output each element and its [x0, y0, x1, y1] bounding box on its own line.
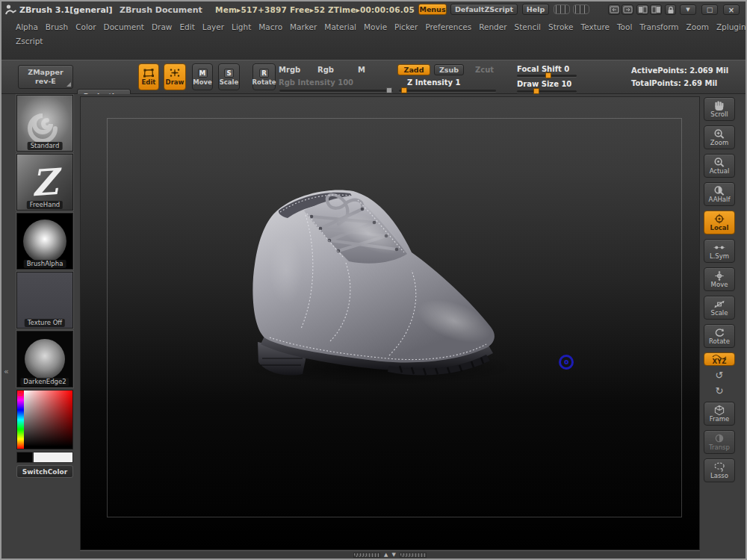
scroll-up-icon[interactable]: ▲ — [384, 552, 388, 558]
local-button[interactable]: Local — [704, 211, 735, 234]
scrollbar-grip-right[interactable] — [400, 553, 427, 558]
menu-item[interactable]: Color — [72, 22, 99, 31]
lasso-button[interactable]: Lasso — [704, 458, 735, 482]
m-toggle[interactable]: M — [358, 66, 365, 74]
menu-item[interactable]: Macro — [255, 22, 286, 31]
rotate-button[interactable]: R Rotate — [252, 63, 276, 90]
aahalf-button[interactable]: AAHalf — [704, 182, 735, 206]
rotate-ccw-button[interactable]: ↺ — [704, 370, 735, 382]
color-picker[interactable] — [16, 390, 73, 449]
ui-scrub-slider-left[interactable] — [554, 4, 570, 14]
move-badge-icon: M — [198, 69, 208, 78]
z-intensity-slider[interactable] — [399, 90, 496, 92]
edit-button[interactable]: Edit — [138, 63, 159, 90]
menu-item[interactable]: Stencil — [511, 22, 545, 31]
brush-cursor — [559, 355, 574, 370]
menu-item[interactable]: Document — [100, 22, 148, 31]
rgb-intensity-handle[interactable] — [386, 87, 392, 93]
menu-item[interactable]: Marker — [286, 22, 320, 31]
window-hide-button[interactable]: ▼ — [680, 4, 696, 15]
actual-button[interactable]: Actual — [704, 154, 735, 178]
move-button[interactable]: M Move — [192, 63, 213, 90]
menu-item[interactable]: Picker — [391, 22, 421, 31]
menus-button[interactable]: Menus — [418, 4, 447, 15]
window-restore-button[interactable]: □ — [701, 4, 718, 15]
texture-selector-off[interactable]: Texture Off — [16, 272, 73, 329]
zmapper-button[interactable]: ZMapper rev-E — [18, 65, 73, 89]
zoom-button[interactable]: Zoom — [704, 125, 735, 149]
lock-button[interactable] — [665, 4, 676, 15]
draw-button[interactable]: Draw — [164, 63, 186, 90]
move-transform-button[interactable]: Move — [704, 267, 735, 291]
z-intensity-handle[interactable] — [401, 87, 407, 93]
rotate-transform-button[interactable]: Rotate — [704, 324, 735, 348]
mrgb-toggle[interactable]: Mrgb — [279, 66, 300, 74]
menu-item[interactable]: Brush — [42, 22, 72, 31]
zbrush-logo-icon — [4, 4, 17, 16]
stroke-selector-freehand[interactable]: Z FreeHand — [16, 154, 73, 211]
transp-button[interactable]: Transp — [704, 430, 735, 454]
menu-item[interactable]: Transform — [636, 22, 682, 31]
shoe-model[interactable] — [234, 181, 548, 390]
zbrush-window: ZBrush 3.1[general] ZBrush Document Mem▸… — [0, 0, 747, 560]
zcut-toggle[interactable]: Zcut — [475, 66, 494, 74]
menu-item[interactable]: Zscript — [12, 37, 46, 46]
panel-shift-right-button[interactable] — [622, 4, 633, 15]
menu-item[interactable]: Zoom — [683, 22, 713, 31]
brush-selector-standard[interactable]: Standard — [16, 95, 73, 152]
menu-item[interactable]: Alpha — [12, 22, 42, 31]
help-button[interactable]: Help — [522, 4, 549, 15]
scale-button[interactable]: S Scale — [218, 63, 240, 90]
ui-scrub-slider-right[interactable] — [573, 4, 589, 14]
menu-item[interactable]: Layer — [199, 22, 228, 31]
default-zscript-button[interactable]: DefaultZScript — [450, 4, 518, 15]
menu-item[interactable]: Edit — [176, 22, 198, 31]
menu-item[interactable]: Preferences — [421, 22, 475, 31]
horizontal-scrollbar[interactable]: ▲ ▼ — [80, 550, 700, 559]
lsym-button[interactable]: L.Sym — [704, 239, 735, 263]
app-title: ZBrush 3.1[general] — [19, 5, 113, 15]
menu-item[interactable]: Stroke — [545, 22, 577, 31]
menu-item[interactable]: Texture — [577, 22, 613, 31]
menu-item[interactable]: Tool — [613, 22, 636, 31]
brush-cursor-center — [564, 360, 568, 364]
saturation-value-square[interactable] — [24, 391, 72, 449]
panel-shift-left-button[interactable] — [608, 4, 620, 15]
panel-scroll-arrow[interactable]: « — [4, 367, 9, 376]
zadd-button[interactable]: Zadd — [397, 64, 430, 75]
secondary-color-swatch[interactable] — [16, 452, 33, 463]
title-bar: ZBrush 3.1[general] ZBrush Document Mem▸… — [1, 1, 746, 18]
scrollbar-grip-left[interactable] — [353, 553, 380, 558]
top-toolbar: ZMapper rev-E Projection Master Edit Dra… — [1, 60, 746, 94]
menu-item[interactable]: Movie — [360, 22, 391, 31]
focal-shift-handle[interactable] — [545, 72, 551, 78]
active-points: ActivePoints: 2.069 Mil — [631, 64, 728, 77]
focal-shift-slider[interactable] — [517, 75, 577, 77]
scroll-down-icon[interactable]: ▼ — [392, 552, 396, 558]
menu-item[interactable]: Draw — [148, 22, 176, 31]
rgb-intensity-slider[interactable] — [279, 90, 393, 92]
scale-transform-button[interactable]: Scale — [704, 296, 735, 320]
frame-button[interactable]: Frame — [704, 402, 735, 426]
xyz-button[interactable]: XYZ — [704, 352, 735, 366]
rotate-cw-button[interactable]: ↻ — [704, 386, 735, 397]
divider-left-button[interactable] — [636, 4, 648, 15]
alpha-sphere-icon — [23, 220, 66, 263]
hue-strip[interactable] — [17, 391, 24, 449]
divider-right-button[interactable] — [650, 4, 662, 15]
zsub-button[interactable]: Zsub — [434, 64, 464, 75]
draw-size-slider[interactable] — [517, 90, 577, 93]
menu-item[interactable]: Render — [475, 22, 510, 31]
scroll-button[interactable]: Scroll — [704, 97, 735, 121]
switch-color-button[interactable]: SwitchColor — [16, 465, 73, 478]
primary-color-swatch[interactable] — [33, 452, 73, 463]
window-close-button[interactable]: × — [723, 4, 740, 15]
menu-item[interactable]: Light — [228, 22, 255, 31]
rgb-toggle[interactable]: Rgb — [317, 66, 334, 74]
draw-size-handle[interactable] — [533, 88, 539, 94]
menu-item[interactable]: Zplugin — [713, 22, 747, 31]
alpha-selector-brushalpha[interactable]: BrushAlpha — [16, 213, 73, 270]
canvas-viewport[interactable] — [80, 96, 700, 550]
menu-item[interactable]: Material — [320, 22, 360, 31]
material-selector-darkenedge2[interactable]: DarkenEdge2 — [16, 331, 73, 388]
